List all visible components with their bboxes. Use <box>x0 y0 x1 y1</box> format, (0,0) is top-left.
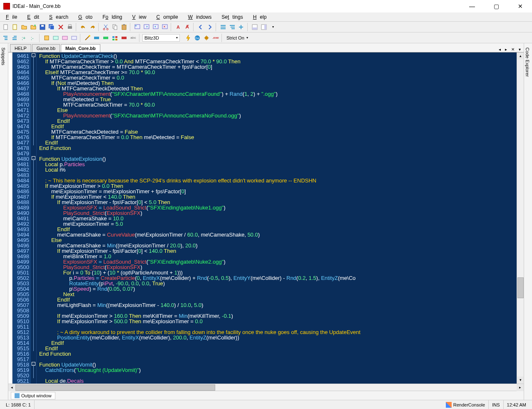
minimize-button[interactable]: — <box>464 1 480 11</box>
keyword-blue-icon[interactable] <box>92 34 101 42</box>
undo-icon[interactable] <box>79 23 87 31</box>
tab-close-icon[interactable]: ✕ <box>510 47 516 52</box>
indent-icon[interactable] <box>2 34 10 42</box>
tab-main-core[interactable]: Main_Core.bb <box>61 44 100 52</box>
new-project-icon[interactable] <box>11 23 19 31</box>
bookmark-prev-icon[interactable] <box>152 23 160 31</box>
hscroll-thumb[interactable] <box>15 384 215 391</box>
fold-toggle-icon[interactable] <box>237 23 246 31</box>
tab-prev-icon[interactable]: ◂ <box>497 47 502 52</box>
block-1-icon[interactable] <box>42 34 51 42</box>
run-go-icon[interactable]: Go <box>193 34 201 42</box>
run-lightning-icon[interactable] <box>184 34 192 42</box>
comment-icon[interactable]: ;+ <box>20 34 28 42</box>
menu-settings[interactable]: Settings <box>218 13 249 21</box>
horizontal-scrollbar[interactable]: ◂ ▸ <box>8 384 524 391</box>
fold-all-icon[interactable] <box>219 23 227 31</box>
svg-point-54 <box>205 36 208 40</box>
find-icon[interactable]: A <box>174 23 182 31</box>
menu-help[interactable]: Help <box>250 13 273 21</box>
jump-next-icon[interactable] <box>206 23 214 31</box>
fold-toggle-box[interactable]: - <box>32 53 35 57</box>
bookmark-toggle-icon[interactable] <box>133 23 142 31</box>
menu-windows[interactable]: Windows <box>185 13 219 21</box>
chevron-down-icon: ▾ <box>176 36 178 40</box>
redo-icon[interactable] <box>88 23 97 31</box>
svg-rect-14 <box>123 24 125 25</box>
bookmark-clear-icon[interactable] <box>161 23 169 31</box>
paste-icon[interactable] <box>120 23 128 31</box>
fold-column[interactable]: --- <box>31 52 37 384</box>
block-2-icon[interactable] <box>52 34 60 42</box>
panel-arrow-icon[interactable]: ▾ <box>269 23 277 31</box>
print-icon[interactable] <box>66 23 74 31</box>
close-file-icon[interactable] <box>57 23 65 31</box>
code-editor[interactable]: 9461 9462 9463 9464 9465 9466 9467 9468 … <box>8 52 524 384</box>
block-4-icon[interactable] <box>70 34 78 42</box>
tab-list-icon[interactable]: ▾ <box>517 47 522 52</box>
outdent-icon[interactable] <box>11 34 19 42</box>
save-all-icon[interactable] <box>47 23 56 31</box>
output-panel-icon <box>15 393 20 398</box>
line-number-gutter: 9461 9462 9463 9464 9465 9466 9467 9468 … <box>12 52 31 384</box>
scroll-up-icon[interactable]: ▴ <box>517 52 524 60</box>
vscroll-thumb[interactable] <box>517 277 524 298</box>
code-body[interactable]: Function UpdateCameraCheck() If MTFCamer… <box>37 52 517 384</box>
menu-search[interactable]: Search <box>46 13 75 21</box>
side-panel-left[interactable]: Snippets <box>0 43 8 400</box>
menu-folding[interactable]: Folding <box>99 13 129 21</box>
output-window-label: Output window <box>21 393 52 398</box>
svg-rect-37 <box>12 39 17 40</box>
svg-rect-23 <box>230 25 235 26</box>
close-button[interactable]: ✕ <box>512 1 529 11</box>
open-project-icon[interactable] <box>29 23 37 31</box>
new-file-icon[interactable] <box>2 23 10 31</box>
scroll-right-icon[interactable]: ▸ <box>517 384 524 391</box>
output-window-tab[interactable]: Output window <box>11 392 55 399</box>
svg-rect-4 <box>41 25 44 27</box>
cut-icon[interactable] <box>102 23 110 31</box>
copy-icon[interactable] <box>111 23 119 31</box>
svg-text:;-: ;- <box>31 35 34 40</box>
editor-tabs: HELP Game.bb Main_Core.bb ◂ ▸ ✕ ▾ <box>8 43 524 52</box>
fold-toggle-box[interactable]: - <box>32 362 35 366</box>
maximize-button[interactable]: ▢ <box>488 1 505 11</box>
scroll-left-icon[interactable]: ◂ <box>8 384 15 391</box>
status-current-proc: RenderConsole <box>443 400 489 409</box>
keyword-green-icon[interactable] <box>102 34 110 42</box>
panel-side-icon[interactable] <box>260 23 268 31</box>
menu-goto[interactable]: Goto <box>75 13 99 21</box>
compiler-select[interactable]: Blitz3D ▾ <box>142 34 180 42</box>
tab-help[interactable]: HELP <box>10 44 31 52</box>
keyword-abc-icon[interactable]: abc <box>129 34 137 42</box>
menu-view[interactable]: View <box>129 13 153 21</box>
keyword-local-icon[interactable] <box>120 34 128 42</box>
panel-output-icon[interactable] <box>251 23 259 31</box>
wand-icon[interactable] <box>83 34 92 42</box>
jump-prev-icon[interactable] <box>196 23 205 31</box>
replace-icon[interactable]: A̸ <box>183 23 191 31</box>
debug-icon[interactable] <box>202 34 211 42</box>
snippets-tab-label: Snippets <box>1 46 6 397</box>
keyword-types-icon[interactable] <box>111 34 119 42</box>
status-insert-mode: INS <box>489 400 503 409</box>
menu-file[interactable]: File <box>2 13 24 21</box>
tab-next-icon[interactable]: ▸ <box>504 47 508 52</box>
exe-icon[interactable]: .exe <box>211 34 220 42</box>
fold-toggle-box[interactable]: - <box>32 156 35 160</box>
side-panel-right[interactable]: Code Explorer <box>524 43 532 400</box>
save-icon[interactable] <box>38 23 47 31</box>
unfold-all-icon[interactable] <box>228 23 236 31</box>
strict-toggle[interactable]: Strict On ▾ <box>225 34 250 42</box>
vertical-scrollbar[interactable]: ▴ ▾ <box>517 52 524 384</box>
scroll-down-icon[interactable]: ▾ <box>517 377 524 384</box>
menu-edit[interactable]: Edit <box>24 13 46 21</box>
bookmark-next-icon[interactable] <box>142 23 151 31</box>
tab-game[interactable]: Game.bb <box>32 44 60 52</box>
window-controls: — ▢ ✕ <box>464 1 529 11</box>
uncomment-icon[interactable]: ;- <box>29 34 37 42</box>
open-icon[interactable] <box>20 23 28 31</box>
svg-rect-47 <box>112 36 114 38</box>
block-3-icon[interactable] <box>61 34 69 42</box>
menu-compile[interactable]: Compile <box>153 13 185 21</box>
